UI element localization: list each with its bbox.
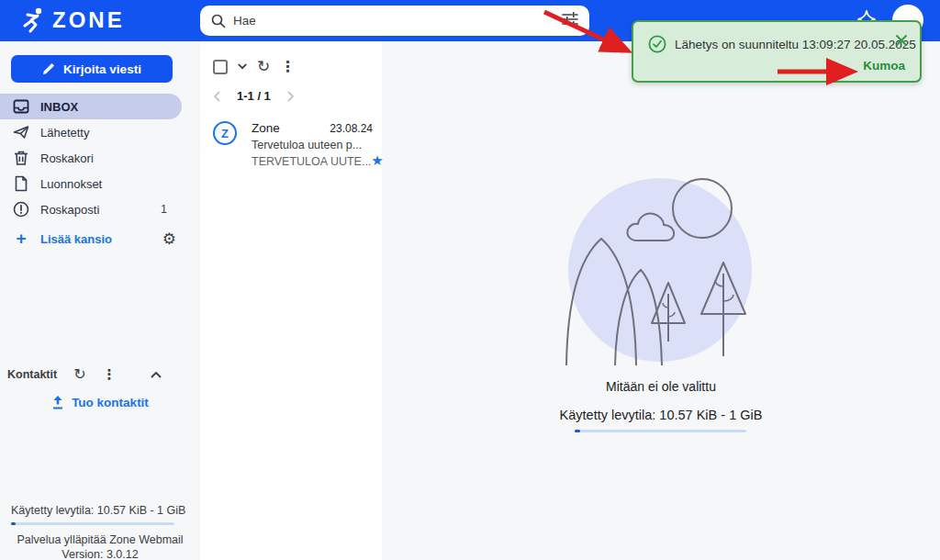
email-date: 23.08.24 (330, 122, 373, 135)
sender-avatar: Z (213, 121, 237, 145)
sidebar: Kirjoita viesti INBOX (0, 41, 200, 560)
inbox-icon (13, 98, 29, 115)
empty-state-illustration (562, 174, 773, 375)
empty-state-message: Mitään ei ole valittu (382, 379, 940, 394)
select-all-checkbox[interactable] (213, 60, 228, 74)
sidebar-quota-text: Käytetty levytila: 10.57 KiB - 1 GiB (11, 504, 185, 517)
spam-count-badge: 1 (161, 203, 167, 216)
document-icon (13, 175, 29, 192)
email-subject: Tervetuloa uuteen p... (252, 139, 362, 151)
toast-message: Lähetys on suunniteltu 13:09:27 20.05.20… (675, 38, 916, 51)
search-input[interactable] (233, 14, 554, 28)
toast-close-icon[interactable] (895, 34, 908, 47)
folder-spam[interactable]: Roskaposti 1 (0, 196, 200, 222)
runner-icon (22, 6, 47, 34)
folder-sent[interactable]: Lähetetty (0, 119, 200, 145)
service-provider-text: Palvelua ylläpitää Zone Webmail (0, 533, 200, 546)
folder-trash[interactable]: Roskakori (0, 145, 200, 171)
scheduled-send-toast: Lähetys on suunniteltu 13:09:27 20.05.20… (632, 20, 922, 83)
send-icon (13, 124, 29, 140)
search-bar[interactable] (200, 6, 589, 36)
sidebar-quota-progressbar (11, 522, 174, 525)
contacts-header: Kontaktit ↻ ⋮ (7, 364, 193, 385)
import-contacts-label: Tuo kontaktit (72, 396, 149, 409)
folder-label: Roskakori (40, 151, 94, 165)
pagination-label: 1-1 / 1 (237, 89, 271, 103)
mail-list-toolbar: ↻ ⋮ (213, 59, 295, 74)
contacts-collapse-chevron-icon[interactable] (151, 371, 162, 378)
compose-label: Kirjoita viesti (63, 62, 141, 76)
folder-label: INBOX (40, 100, 78, 114)
email-preview-line: TERVETULOA UUTE... ★ (252, 154, 373, 168)
list-more-icon[interactable]: ⋮ (280, 60, 295, 74)
folder-drafts[interactable]: Luonnokset (0, 171, 200, 196)
main-quota-text: Käytetty levytila: 10.57 KiB - 1 GiB (382, 408, 940, 422)
folder-settings-gear-icon[interactable]: ⚙ (162, 230, 176, 248)
trash-icon (13, 150, 29, 166)
plus-icon: + (13, 230, 29, 247)
import-contacts-button[interactable]: Tuo kontaktit (0, 395, 200, 409)
folder-label: Lähetetty (40, 126, 90, 140)
search-filter-icon[interactable] (562, 12, 578, 30)
main-quota-progressbar (575, 430, 746, 432)
spam-alert-icon (13, 201, 29, 218)
zone-webmail-app: ZONE (0, 0, 940, 560)
email-header-line: Zone 23.08.24 (252, 121, 373, 135)
success-check-icon (648, 35, 666, 53)
email-list-item[interactable]: Z Zone 23.08.24 Tervetuloa uuteen p... T… (207, 118, 375, 171)
next-page-chevron-icon[interactable] (284, 91, 298, 102)
contacts-title: Kontaktit (7, 368, 57, 381)
pencil-icon (42, 62, 55, 75)
service-version-text: Version: 3.0.12 (0, 548, 200, 560)
folder-list: INBOX Lähetetty (0, 94, 200, 252)
pagination: 1-1 / 1 (209, 89, 329, 103)
search-icon (211, 14, 226, 28)
zone-logo[interactable]: ZONE (22, 6, 125, 34)
upload-icon (51, 395, 64, 409)
folder-label: Luonnokset (40, 177, 102, 191)
undo-button[interactable]: Kumoa (863, 59, 905, 73)
add-folder-label: Lisää kansio (40, 232, 112, 246)
main-quota-progress-fill (575, 430, 580, 432)
select-dropdown-chevron-icon[interactable] (238, 63, 247, 70)
brand-wordmark: ZONE (52, 7, 125, 33)
add-folder-button[interactable]: + Lisää kansio ⚙ (0, 226, 200, 252)
reading-pane: Mitään ei ole valittu Käytetty levytila:… (382, 41, 940, 560)
contacts-more-icon[interactable]: ⋮ (103, 368, 117, 382)
folder-label: Roskaposti (40, 203, 99, 217)
contacts-refresh-icon[interactable]: ↻ (73, 367, 85, 382)
email-sender: Zone (252, 121, 280, 135)
prev-page-chevron-icon[interactable] (209, 91, 224, 102)
email-preview: TERVETULOA UUTE... (252, 155, 371, 168)
refresh-icon[interactable]: ↻ (257, 59, 270, 74)
compose-button[interactable]: Kirjoita viesti (11, 55, 173, 83)
folder-inbox[interactable]: INBOX (0, 94, 182, 119)
sidebar-quota-progress-fill (11, 522, 16, 525)
mail-list-panel: ↻ ⋮ 1-1 / 1 Z Zone 23.08.24 Tervetuloa u… (200, 41, 382, 560)
